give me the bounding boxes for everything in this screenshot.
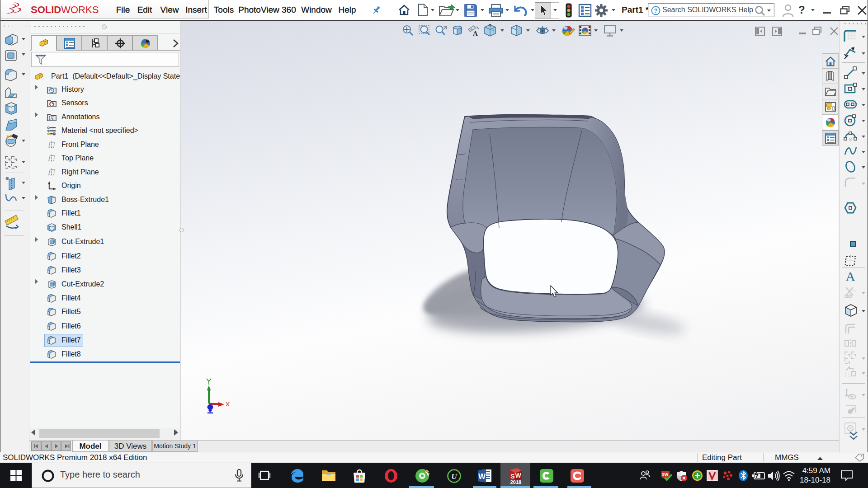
svg-text:A: A	[845, 269, 855, 283]
svg-text:SOLIDWORKS: SOLIDWORKS	[31, 4, 99, 15]
svg-text:2018: 2018	[510, 479, 521, 484]
svg-text:SW: SW	[662, 472, 669, 477]
svg-text:A: A	[473, 30, 478, 37]
svg-text:U: U	[451, 472, 457, 481]
svg-text:W: W	[478, 472, 486, 481]
svg-text:S: S	[510, 473, 514, 480]
svg-text:W: W	[515, 472, 521, 479]
svg-text:?: ?	[654, 7, 658, 14]
